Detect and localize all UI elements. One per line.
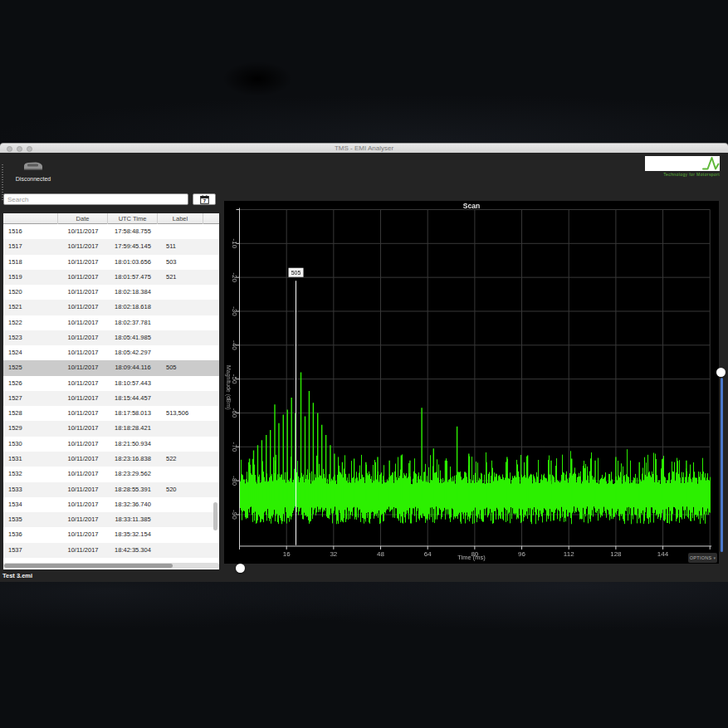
table-row[interactable]: 153210/11/201718:23:29.562 — [3, 467, 219, 481]
table-row[interactable]: 151710/11/201717:59:45.145511 — [3, 239, 219, 254]
table-cell-label — [166, 345, 208, 360]
table-cell-label — [166, 527, 208, 542]
table-cell-label — [166, 437, 208, 452]
table-cell-date: 10/11/2017 — [58, 224, 108, 239]
table-cell-time: 18:02:18.384 — [108, 285, 158, 300]
tms-logo-text: TMS — [672, 157, 702, 171]
table-cell-id: 1528 — [8, 406, 56, 421]
table-cell-time: 18:18:28.421 — [108, 421, 158, 436]
table-cell-time: 18:05:41.985 — [108, 330, 158, 345]
table-cell-date: 10/11/2017 — [58, 497, 108, 512]
table-row[interactable]: 153710/11/201718:42:35.304 — [3, 543, 219, 558]
chevron-down-icon: ▾ — [714, 555, 716, 560]
table-row[interactable]: 152410/11/201718:05:42.297 — [3, 345, 219, 360]
window-titlebar[interactable]: TMS - EMI Analyser — [0, 143, 728, 153]
table-row[interactable]: 152710/11/201718:15:44.457 — [3, 391, 219, 406]
table-cell-id: 1533 — [8, 482, 56, 497]
table-cell-id: 1537 — [8, 543, 56, 558]
table-cell-id: 1523 — [8, 330, 56, 345]
scan-table: DateUTC TimeLabel 151610/11/201717:58:48… — [3, 213, 219, 569]
table-cell-time: 18:35:32.154 — [108, 527, 158, 542]
table-cell-date: 10/11/2017 — [58, 255, 108, 270]
table-cell-label: 521 — [166, 270, 208, 285]
scan-table-body: 151610/11/201717:58:48.755151710/11/2017… — [3, 224, 219, 569]
table-cell-date: 10/11/2017 — [58, 239, 108, 254]
table-row[interactable]: 151910/11/201718:01:57.475521 — [3, 270, 219, 285]
table-cell-label — [166, 497, 208, 512]
table-row[interactable]: 152210/11/201718:02:37.781 — [3, 315, 219, 330]
table-row[interactable]: 151810/11/201718:01:03.656503 — [3, 255, 219, 270]
table-cell-label: 520 — [166, 482, 208, 497]
table-cell-label — [166, 543, 208, 558]
options-label: OPTIONS — [690, 555, 712, 560]
table-cell-time: 18:23:16.838 — [108, 452, 158, 467]
device-icon — [22, 160, 44, 171]
table-horizontal-scrollbar-thumb[interactable] — [4, 564, 173, 568]
search-input[interactable] — [3, 193, 188, 205]
table-cell-date: 10/11/2017 — [58, 345, 108, 360]
table-cell-date: 10/11/2017 — [58, 300, 108, 315]
table-row[interactable]: 153310/11/201718:28:55.391520 — [3, 482, 219, 497]
table-cell-date: 10/11/2017 — [58, 543, 108, 558]
table-cell-id: 1529 — [8, 421, 56, 436]
chart-pan-slider-handle[interactable] — [236, 564, 245, 573]
table-cell-id: 1530 — [8, 437, 56, 452]
column-header-label[interactable]: Label — [158, 213, 203, 224]
table-cell-label — [166, 224, 208, 239]
scan-chart-canvas[interactable] — [224, 201, 719, 564]
column-header-utc-time[interactable]: UTC Time — [108, 213, 158, 224]
table-cell-date: 10/11/2017 — [58, 330, 108, 345]
table-row[interactable]: 151610/11/201717:58:48.755 — [3, 224, 219, 239]
table-cell-id: 1522 — [8, 315, 56, 330]
table-cell-time: 18:10:57.443 — [108, 376, 158, 391]
tms-logo: TMS Technology for Motorsport — [645, 156, 720, 177]
table-cell-label — [166, 376, 208, 391]
chart-options-button[interactable]: OPTIONS ▾ — [688, 553, 717, 563]
table-cell-label: 513,506 — [166, 406, 208, 421]
table-cell-date: 10/11/2017 — [58, 452, 108, 467]
table-cell-id: 1526 — [8, 376, 56, 391]
table-row[interactable]: 152310/11/201718:05:41.985 — [3, 330, 219, 345]
table-cell-label — [166, 391, 208, 406]
calendar-icon: 7 — [200, 195, 209, 204]
table-row[interactable]: 153510/11/201718:33:11.385 — [3, 512, 219, 527]
table-row[interactable]: 152910/11/201718:18:28.421 — [3, 421, 219, 436]
table-cell-label — [166, 512, 208, 527]
table-cell-time: 18:15:44.457 — [108, 391, 158, 406]
window-title: TMS - EMI Analyser — [0, 144, 728, 152]
table-row[interactable]: 152810/11/201718:17:58.013513,506 — [3, 406, 219, 421]
table-row[interactable]: 152610/11/201718:10:57.443 — [3, 376, 219, 391]
table-cell-id: 1524 — [8, 345, 56, 360]
chart-zoom-slider-track[interactable] — [721, 378, 723, 552]
chart-zoom-slider-handle[interactable] — [716, 368, 726, 377]
table-cell-label — [166, 315, 208, 330]
column-header-date[interactable]: Date — [58, 213, 108, 224]
table-row[interactable]: 153110/11/201718:23:16.838522 — [3, 452, 219, 467]
table-cell-date: 10/11/2017 — [58, 406, 108, 421]
table-cell-label: 503 — [166, 255, 208, 270]
table-row[interactable]: 153010/11/201718:21:50.934 — [3, 437, 219, 452]
table-cell-id: 1521 — [8, 300, 56, 315]
table-cell-time: 18:21:50.934 — [108, 437, 158, 452]
table-cell-date: 10/11/2017 — [58, 315, 108, 330]
table-cell-id: 1532 — [8, 467, 56, 481]
column-header-id[interactable] — [3, 213, 58, 224]
table-cell-date: 10/11/2017 — [58, 360, 108, 375]
table-vertical-scrollbar[interactable] — [213, 502, 217, 530]
table-cell-time: 18:01:03.656 — [108, 255, 158, 270]
table-row[interactable]: 152510/11/201718:09:44.116505 — [3, 360, 219, 375]
table-row[interactable]: 153410/11/201718:32:36.740 — [3, 497, 219, 512]
table-cell-time: 18:02:37.781 — [108, 315, 158, 330]
signal-peak-icon — [702, 156, 720, 171]
table-cell-time: 18:23:29.562 — [108, 467, 158, 481]
calendar-filter-button[interactable]: 7 — [193, 193, 216, 205]
connection-status-button[interactable]: Disconnected — [7, 159, 60, 184]
table-row[interactable]: 152110/11/201718:02:18.618 — [3, 300, 219, 315]
table-cell-id: 1531 — [8, 452, 56, 467]
table-row[interactable]: 153610/11/201718:35:32.154 — [3, 527, 219, 542]
table-cell-id: 1520 — [8, 285, 56, 300]
app-content: Disconnected TMS Technology for Motorspo… — [0, 153, 728, 582]
scan-table-header: DateUTC TimeLabel — [3, 213, 219, 224]
table-row[interactable]: 152010/11/201718:02:18.384 — [3, 285, 219, 300]
table-horizontal-scrollbar[interactable] — [3, 563, 219, 569]
